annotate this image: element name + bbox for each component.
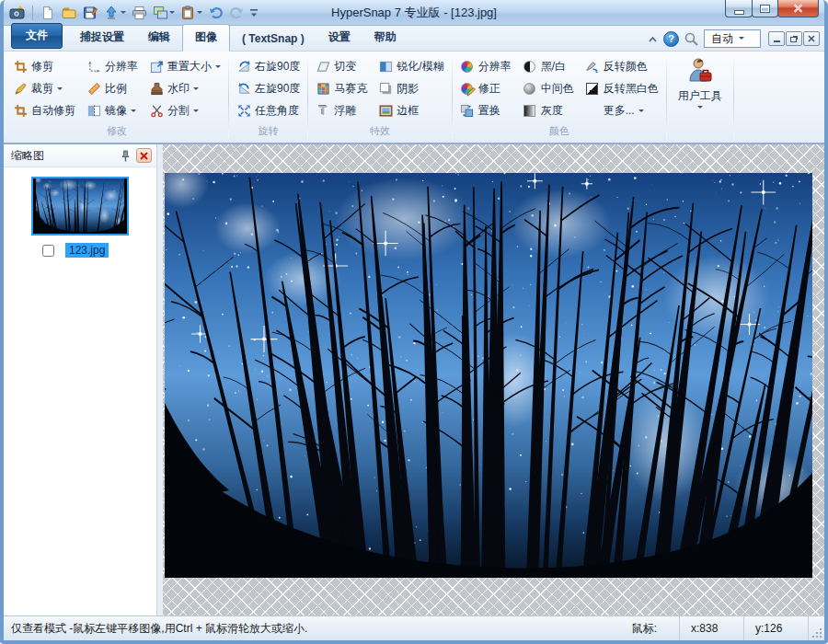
resize-grip[interactable]: [808, 616, 824, 640]
group-label-rotate: 旋转: [233, 121, 304, 138]
redo-icon[interactable]: [228, 5, 245, 21]
ribbon-button-frame[interactable]: 边框: [374, 101, 447, 120]
ribbon-button-rotate-left-90[interactable]: 左旋90度: [233, 79, 304, 98]
zoom-mode-value: 自动: [711, 31, 733, 47]
titlebar: HyperSnap 7 专业版 - [123.jpg]: [4, 0, 824, 26]
thumbnails-panel-header: 缩略图: [4, 144, 156, 167]
pin-panel-button[interactable]: [117, 147, 133, 164]
ribbon-button-invert-black-white[interactable]: 反转黑白色: [581, 79, 662, 98]
ribbon-separator: [452, 57, 453, 139]
ribbon-button-resize[interactable]: 重置大小: [145, 57, 224, 75]
dropdown-arrow-icon: [193, 87, 199, 93]
thumbnail-checkbox[interactable]: [42, 245, 54, 257]
ribbon-button-invert-colors[interactable]: 反转颜色: [581, 57, 662, 75]
ribbon-button-mirror[interactable]: 镜像: [83, 101, 142, 120]
ribbon-button-trim[interactable]: 裁剪: [9, 79, 79, 98]
midtone-icon: [523, 81, 537, 96]
pin-icon: [121, 150, 131, 162]
dropdown-arrow-icon[interactable]: [197, 11, 202, 17]
paste-icon[interactable]: [179, 5, 196, 21]
ribbon-button-watermark[interactable]: 水印: [145, 79, 224, 98]
tab-file[interactable]: 文件: [11, 23, 63, 49]
print-icon[interactable]: [131, 5, 147, 21]
mdi-restore-button[interactable]: [786, 31, 802, 46]
image-canvas[interactable]: [157, 144, 824, 615]
dropdown-arrow-icon: [193, 109, 199, 115]
ribbon-button-color-resolution[interactable]: 分辨率: [456, 57, 515, 75]
dropdown-arrow-icon[interactable]: [121, 11, 126, 17]
restore-icon: [790, 37, 797, 42]
ribbon-button-replace-color[interactable]: 置换: [456, 101, 515, 120]
chevron-down-icon: [739, 37, 744, 42]
group-label-effects: 特效: [312, 121, 447, 138]
tab-textsnap[interactable]: ( TextSnap ): [230, 28, 316, 51]
ribbon-button-grayscale[interactable]: 灰度: [519, 101, 578, 120]
group-label-color: 颜色: [456, 121, 662, 138]
ribbon-group-user-tools: 用户工具: [671, 55, 730, 143]
ribbon-separator: [228, 57, 229, 139]
shadow-icon: [378, 81, 393, 96]
zoom-mode-select[interactable]: 自动: [704, 29, 761, 48]
minimize-button[interactable]: [725, 0, 753, 17]
auto-crop-icon: [13, 103, 28, 118]
tab-edit[interactable]: 编辑: [136, 25, 182, 51]
ribbon-button-more-colors[interactable]: 更多...: [581, 103, 662, 118]
ribbon-button-user-tools[interactable]: 用户工具: [671, 55, 730, 113]
ribbon-button-scale[interactable]: 比例: [83, 79, 142, 98]
photo-starry-forest[interactable]: [165, 173, 812, 578]
mdi-close-button[interactable]: [803, 31, 820, 46]
app-camera-logo-icon[interactable]: [9, 5, 26, 21]
ribbon-button-auto-crop[interactable]: 自动修剪: [9, 101, 79, 120]
customize-toolbar-icon[interactable]: [249, 6, 259, 19]
ribbon-button-color-correct[interactable]: 修正: [456, 79, 515, 98]
ribbon-separator: [307, 57, 308, 139]
scissors-icon: [149, 103, 164, 118]
crop-icon: [13, 59, 28, 74]
ribbon-button-shear[interactable]: 切变: [312, 57, 371, 75]
ribbon-button-rotate-right-90[interactable]: 右旋90度: [233, 57, 304, 75]
mosaic-icon: [316, 81, 330, 96]
ribbon-button-resolution[interactable]: 分辨率: [83, 57, 142, 75]
open-folder-icon[interactable]: [61, 5, 77, 21]
dropdown-arrow-icon: [638, 109, 644, 115]
dropdown-arrow-icon: [697, 106, 703, 111]
rotate-left-icon: [236, 81, 251, 96]
tab-capture-settings[interactable]: 捕捉设置: [68, 25, 136, 51]
thumbnail-list-item[interactable]: 123.jpg: [31, 177, 129, 258]
close-panel-button[interactable]: [136, 148, 152, 163]
copy-capture-icon[interactable]: [152, 5, 168, 21]
status-mouse-label: 鼠标:: [621, 616, 679, 640]
status-mode-text: 仅查看模式 -鼠标左键平移图像,用Ctrl + 鼠标滑轮放大或缩小.: [4, 621, 621, 637]
thumbnail-filename[interactable]: 123.jpg: [65, 243, 109, 258]
thumbnails-panel: 缩略图 123.jpg: [4, 144, 157, 615]
grip-icon: [811, 627, 822, 638]
magnifier-icon[interactable]: [684, 31, 699, 47]
color-wheel-icon: [460, 59, 475, 74]
save-icon[interactable]: [82, 5, 98, 21]
tab-settings[interactable]: 设置: [316, 25, 362, 51]
new-file-icon[interactable]: [40, 5, 56, 21]
undo-icon[interactable]: [207, 5, 224, 21]
minimize-icon: [735, 11, 743, 14]
ribbon-button-black-white[interactable]: 黑/白: [519, 57, 578, 75]
resolution-ruler-icon: [86, 59, 101, 74]
ribbon-button-emboss[interactable]: T 浮雕: [312, 101, 371, 120]
ribbon-button-split[interactable]: 分割: [145, 101, 224, 120]
mdi-minimize-button[interactable]: [768, 31, 785, 46]
dropdown-arrow-icon[interactable]: [169, 11, 175, 17]
ribbon-button-midtone[interactable]: 中间色: [519, 79, 578, 98]
collapse-ribbon-icon[interactable]: [647, 35, 659, 43]
help-button[interactable]: ?: [663, 31, 679, 47]
maximize-button[interactable]: [752, 0, 778, 17]
tab-image[interactable]: 图像: [182, 24, 230, 52]
ribbon-button-crop[interactable]: 修剪: [9, 57, 79, 75]
ribbon-button-rotate-any-angle[interactable]: 任意角度: [233, 101, 304, 120]
ribbon-button-shadow[interactable]: 阴影: [374, 79, 447, 98]
ribbon-button-mosaic[interactable]: 马赛克: [312, 79, 371, 98]
close-button[interactable]: [777, 0, 819, 17]
status-mouse-x: x:838: [679, 616, 743, 640]
thumbnail-image[interactable]: [31, 177, 129, 236]
tab-help[interactable]: 帮助: [362, 25, 408, 51]
ribbon-button-sharpen-blur[interactable]: 锐化/模糊: [374, 57, 447, 75]
export-upload-icon[interactable]: [103, 5, 120, 21]
